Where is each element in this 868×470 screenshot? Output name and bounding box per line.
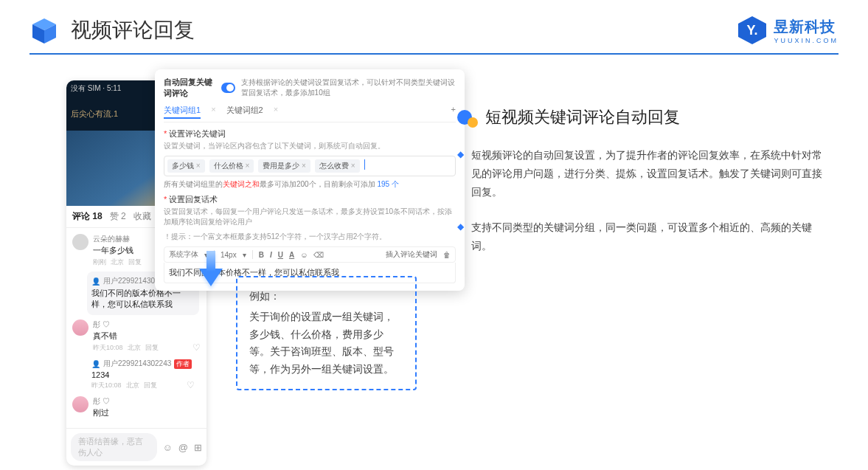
description-zone: 短视频关键词评论自动回复 短视频评论的自动回复设置，为了提升作者的评论回复效率，… bbox=[457, 106, 826, 272]
bullet-item: 支持不同类型的关键词分组，同一类问题，可设置多个相近的、高频的关键词。 bbox=[457, 218, 826, 255]
section-reply: 设置回复话术 bbox=[164, 194, 456, 205]
example-body: 关于询价的设置成一组关键词，多少钱、什么价格，费用多少等。关于咨询班型、版本、型… bbox=[249, 308, 403, 379]
cursor bbox=[364, 159, 365, 170]
keyword-note: 所有关键词组里的关键词之和最多可添加200个，目前剩余可添加 195 个 bbox=[164, 179, 456, 190]
tab-close-icon[interactable]: × bbox=[274, 105, 278, 119]
reply-text: 1234 bbox=[91, 370, 195, 379]
avatar-icon: 👤 bbox=[91, 277, 100, 286]
avatar bbox=[72, 396, 88, 412]
delete-icon[interactable]: 🗑 bbox=[443, 251, 451, 259]
arrow-down-icon bbox=[199, 269, 223, 286]
example-box: 例如： 关于询价的设置成一组关键词，多少钱、什么价格，费用多少等。关于咨询班型、… bbox=[236, 276, 417, 390]
comment-text: 刚过 bbox=[93, 407, 201, 418]
phone-caption-l: 后尖心有流.1 bbox=[71, 108, 118, 120]
brand-text: 昱新科技 YUUXIN.COM bbox=[774, 17, 839, 44]
color-icon[interactable]: A bbox=[289, 251, 294, 259]
font-select[interactable]: 系统字体 bbox=[169, 249, 198, 260]
page-header: 视频评论回复 Y. 昱新科技 YUUXIN.COM bbox=[0, 0, 868, 53]
tab-fav[interactable]: 收藏 bbox=[133, 210, 151, 223]
config-panel: 自动回复关键词评论 支持根据评论的关键词设置回复话术，可以针对不同类型关键词设置… bbox=[155, 69, 465, 291]
list-item: 彤 ♡ 真不错 昨天10:08 北京 回复 ♡ bbox=[66, 317, 206, 356]
meta-loc: 北京 bbox=[111, 258, 124, 267]
italic-icon[interactable]: I bbox=[270, 251, 272, 259]
stage: 没有 SIM · 5:11 各有デ有清 后尖心有流.1 评论 18 赞 2 收藏… bbox=[0, 69, 868, 458]
section-hint: 设置关键词，当评论区内容包含了以下关键词，则系统可自动回复。 bbox=[164, 141, 456, 151]
emoji-icon[interactable]: ☺ bbox=[300, 251, 308, 259]
reply-text: 我们不同的版本价格不一样，您可以私信联系我 bbox=[91, 288, 195, 310]
brand-name: 昱新科技 bbox=[774, 17, 839, 37]
switch-toggle[interactable] bbox=[221, 83, 235, 93]
switch-help: 支持根据评论的关键词设置回复话术，可以针对不同类型关键词设置回复话术，最多添加1… bbox=[241, 77, 456, 98]
meta-time: 昨天10:08 bbox=[91, 381, 122, 390]
bullet-item: 短视频评论的自动回复设置，为了提升作者的评论回复效率，在系统中针对常见的评论用户… bbox=[457, 146, 826, 202]
list-item: 彤 ♡ 刚过 bbox=[66, 393, 206, 422]
meta-reply[interactable]: 回复 bbox=[144, 381, 157, 390]
comment-input[interactable]: 善语结善缘，恶言伤人心 bbox=[71, 433, 157, 461]
keyword-input[interactable]: 多少钱 什么价格 费用是多少 怎么收费 bbox=[164, 156, 456, 176]
tab-likes[interactable]: 赞 2 bbox=[110, 210, 126, 223]
kw-tab-1[interactable]: 关键词组1 bbox=[164, 105, 201, 119]
add-tab-icon[interactable]: + bbox=[451, 105, 456, 119]
svg-text:Y.: Y. bbox=[747, 23, 758, 38]
section-keywords: 设置评论关键词 bbox=[164, 128, 456, 139]
meta-loc: 北京 bbox=[128, 343, 141, 353]
kw-tag[interactable]: 多少钱 bbox=[167, 159, 205, 173]
heart-icon[interactable]: ♡ bbox=[187, 380, 195, 390]
kw-tag[interactable]: 怎么收费 bbox=[315, 159, 360, 173]
meta-loc: 北京 bbox=[126, 381, 139, 390]
subsection-title: 短视频关键词评论自动回复 bbox=[485, 106, 680, 128]
clear-icon[interactable]: ⌫ bbox=[313, 251, 324, 259]
cube-icon bbox=[29, 15, 59, 45]
avatar bbox=[72, 319, 88, 336]
kw-tag[interactable]: 什么价格 bbox=[209, 159, 254, 173]
chevron-down-icon[interactable]: ▾ bbox=[243, 251, 246, 259]
section-hint2: 设置回复话术，每回复一个用户评论只发送一条话术，最多支持设置10条不同话术，按添… bbox=[164, 207, 456, 227]
example-lead: 例如： bbox=[249, 288, 403, 305]
illustration-zone: 没有 SIM · 5:11 各有デ有清 后尖心有流.1 评论 18 赞 2 收藏… bbox=[66, 69, 435, 424]
image-icon[interactable]: ⊞ bbox=[194, 442, 202, 453]
section-tip: ！提示：一个富文本框最多支持512个字符，一个汉字占用2个字符。 bbox=[164, 232, 456, 242]
size-select[interactable]: 14px bbox=[221, 251, 237, 259]
subsection-header: 短视频关键词评论自动回复 bbox=[457, 106, 826, 128]
tab-comments[interactable]: 评论 18 bbox=[72, 210, 103, 223]
kw-tab-2[interactable]: 关键词组2 bbox=[226, 105, 263, 119]
meta-reply[interactable]: 回复 bbox=[145, 343, 159, 353]
insert-keyword-button[interactable]: 插入评论关键词 bbox=[386, 249, 437, 260]
page-title: 视频评论回复 bbox=[71, 16, 195, 44]
keyword-tabs: 关键词组1 × 关键词组2 × + bbox=[164, 105, 456, 122]
underline-icon[interactable]: U bbox=[278, 251, 283, 259]
comment-user: 彤 ♡ bbox=[93, 396, 201, 407]
phone-input-bar: 善语结善缘，恶言伤人心 ☺ @ ⊞ bbox=[66, 428, 206, 466]
header-left: 视频评论回复 bbox=[29, 15, 195, 45]
brand: Y. 昱新科技 YUUXIN.COM bbox=[737, 15, 839, 46]
author-tag: 作者 bbox=[174, 359, 192, 369]
meta-time: 刚刚 bbox=[93, 258, 106, 267]
meta-reply[interactable]: 回复 bbox=[128, 258, 142, 267]
reply-bubble: 👤 用户2299214302243 作者 1234 昨天10:08 北京 回复 … bbox=[87, 357, 199, 392]
avatar bbox=[72, 234, 88, 250]
comment-user: 彤 ♡ bbox=[93, 319, 201, 330]
heart-icon[interactable]: ♡ bbox=[192, 342, 201, 353]
emoji-icon[interactable]: ☺ bbox=[163, 442, 173, 453]
dots-icon bbox=[457, 107, 478, 128]
header-rule bbox=[29, 53, 839, 55]
bold-icon[interactable]: B bbox=[259, 251, 264, 259]
avatar-icon: 👤 bbox=[91, 360, 100, 368]
tab-close-icon[interactable]: × bbox=[211, 105, 215, 119]
at-icon[interactable]: @ bbox=[178, 442, 188, 453]
brand-logo-icon: Y. bbox=[737, 15, 768, 46]
meta-time: 昨天10:08 bbox=[93, 343, 123, 353]
brand-sub: YUUXIN.COM bbox=[774, 37, 839, 44]
switch-label: 自动回复关键词评论 bbox=[164, 77, 215, 99]
kw-tag[interactable]: 费用是多少 bbox=[258, 159, 310, 173]
reply-user: 用户2299214302243 bbox=[103, 359, 171, 369]
comment-text: 真不错 bbox=[93, 331, 201, 342]
